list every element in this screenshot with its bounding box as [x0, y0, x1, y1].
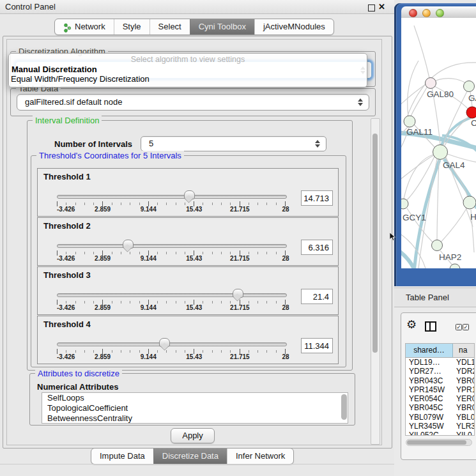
dropdown-option-manual[interactable]: Manual Discretization	[12, 65, 97, 74]
node-label-hap2: HAP2	[439, 252, 461, 262]
tick-labels: -3.4262.8599.14415.4321.71528	[57, 304, 286, 312]
table-row[interactable]: YDR27…YDR2	[406, 367, 474, 376]
node-table-panel: ⚙ ✓ ✓ shared… na YDL19…YDL1 YDR27…YDR2 Y…	[401, 312, 476, 460]
algorithm-dropdown-popup: Select algorithm to view settings Manual…	[8, 53, 367, 88]
tab-discretize-data[interactable]: Discretize Data	[153, 449, 227, 464]
main-scrollbar[interactable]	[371, 118, 380, 445]
network-window-titlebar[interactable]	[401, 6, 476, 19]
list-item[interactable]: TopologicalCoefficient	[42, 403, 348, 413]
network-node-h[interactable]	[463, 196, 476, 209]
main-scrollbar-thumb[interactable]	[372, 134, 378, 353]
checkbox-icon[interactable]: ✓	[463, 324, 469, 330]
table-panel-titlebar: Table Panel	[394, 288, 476, 307]
table-row[interactable]: YIL052CYIL0	[406, 431, 474, 436]
network-icon	[63, 22, 72, 32]
network-node-gal4[interactable]	[433, 145, 448, 160]
tick-labels: -3.4262.8599.14415.4321.71528	[57, 206, 286, 213]
threshold-1-value-input[interactable]	[301, 190, 333, 206]
node-label-gal11: GAL11	[406, 127, 433, 137]
table-row[interactable]: YBR043CYBR0	[406, 376, 474, 385]
threshold-2-panel: Threshold 2 -3.4262.8599.14415.4321.7152…	[37, 217, 339, 266]
table-data-selected: galFiltered.sif default node	[25, 97, 122, 107]
table-data-combobox[interactable]: galFiltered.sif default node	[17, 94, 369, 111]
thresholds-group-label: Threshold's Coordinates for 5 Intervals	[36, 151, 184, 160]
mac-close-button[interactable]	[409, 9, 417, 17]
threshold-3-value-input[interactable]	[301, 289, 333, 304]
attributes-group-label: Attributes to discretize	[35, 369, 122, 378]
threshold-1-panel: Threshold 1 -3.4262.8599.14415.4321.7152…	[37, 168, 339, 217]
table-header-row: shared… na	[406, 344, 474, 358]
threshold-1-slider-handle[interactable]	[184, 190, 195, 199]
num-intervals-combobox[interactable]: 5	[141, 136, 326, 151]
screenshot-root: Control Panel ✕ Network Style Select	[0, 0, 476, 476]
combo-arrows-icon	[315, 140, 320, 148]
threshold-3-panel: Threshold 3 -3.4262.8599.14415.4321.7152…	[37, 266, 339, 315]
network-node-gal11[interactable]	[404, 116, 415, 127]
num-intervals-label: Number of Intervals	[54, 139, 132, 149]
network-view-window: GAL80 GA C GAL11 GAL4 GCY1 H HAP2	[394, 3, 476, 286]
node-label-gal4: GAL4	[443, 160, 465, 170]
window-title: Control Panel	[5, 2, 56, 12]
tab-network[interactable]: Network	[55, 19, 114, 35]
dropdown-hint: Select algorithm to view settings	[9, 55, 367, 64]
node-label-partial-g: GA	[468, 93, 476, 103]
table-row[interactable]: YBL079WYBL0	[406, 413, 474, 422]
table-row[interactable]: YPR145WYPR1	[406, 385, 474, 394]
tab-cyni-toolbox[interactable]: Cyni Toolbox	[190, 19, 254, 35]
numerical-attributes-label: Numerical Attributes	[37, 382, 118, 392]
tab-style[interactable]: Style	[114, 19, 150, 35]
node-label-partial-h: H	[470, 212, 476, 222]
network-node-red-selected[interactable]	[466, 107, 476, 118]
node-label-gcy1: GCY1	[403, 213, 426, 222]
gear-icon[interactable]: ⚙	[406, 319, 417, 330]
table-row[interactable]: YDL19…YDL1	[406, 358, 474, 367]
mac-minimize-button[interactable]	[422, 9, 431, 17]
combo-arrows-icon	[358, 98, 363, 106]
list-scrollbar[interactable]	[341, 394, 347, 420]
tab-impute-data[interactable]: Impute Data	[91, 449, 153, 464]
network-node-gcy1[interactable]	[401, 199, 408, 209]
node-label-partial-c: C	[471, 118, 476, 128]
mac-zoom-button[interactable]	[436, 9, 444, 17]
apply-button[interactable]: Apply	[171, 428, 215, 443]
list-item[interactable]: BetweennessCentrality	[42, 413, 348, 424]
threshold-2-slider-handle[interactable]	[123, 240, 134, 249]
float-window-icon[interactable]	[368, 4, 375, 12]
threshold-4-value-input[interactable]	[301, 338, 333, 353]
num-intervals-value: 5	[149, 139, 153, 148]
node-table: shared… na YDL19…YDL1 YDR27…YDR2 YBR043C…	[405, 343, 475, 436]
tick-labels: -3.4262.8599.14415.4321.71528	[57, 255, 286, 263]
network-node-gal80[interactable]	[426, 78, 436, 89]
column-header-shared-name[interactable]: shared…	[406, 344, 453, 357]
column-header-name[interactable]: na	[453, 344, 474, 357]
mouse-cursor	[390, 232, 397, 243]
dropdown-option-equal-width[interactable]: Equal Width/Frequency Discretization	[11, 74, 150, 84]
interval-group-label: Interval Definition	[33, 116, 102, 125]
table-panel-title: Table Panel	[406, 293, 449, 302]
numerical-attributes-list: SelfLoops TopologicalCoefficient Between…	[42, 392, 348, 424]
split-view-icon[interactable]	[425, 321, 436, 332]
table-panel-body: ⚙ ✓ ✓ shared… na YDL19…YDL1 YDR27…YDR2 Y…	[394, 307, 476, 476]
divider	[0, 464, 394, 464]
node-label-gal80: GAL80	[427, 89, 454, 99]
network-node-top-right[interactable]	[464, 81, 475, 92]
network-node-hap2[interactable]	[432, 240, 443, 251]
threshold-3-slider-handle[interactable]	[233, 289, 243, 298]
tick-labels: -3.4262.8599.14415.4321.71528	[57, 353, 286, 361]
tab-jactivemnodules[interactable]: jActiveMNodules	[254, 19, 334, 35]
list-item[interactable]: SelfLoops	[42, 393, 348, 403]
close-icon[interactable]: ✕	[378, 2, 385, 12]
tab-select[interactable]: Select	[150, 19, 190, 35]
threshold-4-slider-handle[interactable]	[159, 338, 170, 347]
network-node-bottom[interactable]	[450, 264, 460, 268]
table-row[interactable]: YLR345WYLR3	[406, 422, 474, 431]
tab-infer-network[interactable]: Infer Network	[227, 449, 293, 464]
table-hscrollbar-thumb[interactable]	[407, 440, 466, 445]
tab-network-label: Network	[75, 19, 105, 35]
checkbox-icon[interactable]: ✓	[456, 324, 462, 330]
table-row[interactable]: YBR045CYBR0	[406, 403, 474, 412]
network-canvas[interactable]: GAL80 GA C GAL11 GAL4 GCY1 H HAP2	[401, 18, 476, 268]
table-row[interactable]: YER054CYER0	[406, 394, 474, 403]
threshold-2-value-input[interactable]	[301, 240, 333, 255]
table-hscrollbar[interactable]	[406, 439, 472, 446]
